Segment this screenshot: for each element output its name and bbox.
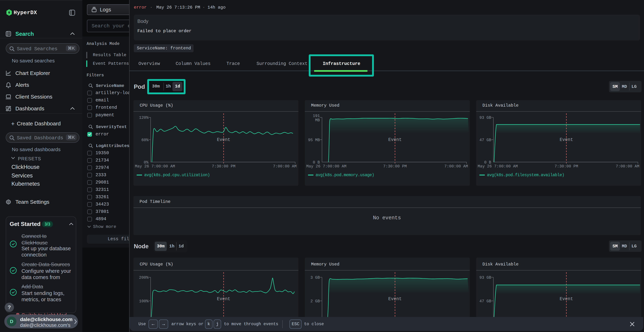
svg-text:Event: Event [217, 137, 230, 142]
svg-text:7:00:00 AM: 7:00:00 AM [616, 164, 639, 169]
svg-text:Event: Event [388, 296, 402, 302]
svg-text:60%: 60% [141, 138, 148, 142]
svg-text:95 MB: 95 MB [308, 138, 320, 142]
svg-text:200%: 200% [139, 276, 149, 280]
svg-text:May 26 7:00:00 AM: May 26 7:00:00 AM [306, 164, 346, 169]
svg-text:7:00:00 AM: 7:00:00 AM [444, 164, 468, 169]
svg-text:Event: Event [560, 296, 573, 302]
svg-text:191: 191 [313, 114, 320, 118]
svg-text:3 GB: 3 GB [310, 276, 320, 280]
svg-text:Event: Event [388, 137, 402, 142]
svg-text:47 GB: 47 GB [480, 299, 491, 304]
svg-text:Event: Event [560, 137, 573, 142]
svg-text:7:30:00 PM: 7:30:00 PM [383, 164, 407, 169]
svg-text:MB: MB [315, 118, 320, 122]
svg-text:May 26 7:00:00 AM: May 26 7:00:00 AM [478, 164, 518, 169]
svg-text:100%: 100% [139, 299, 149, 304]
svg-text:Event: Event [217, 296, 230, 302]
svg-text:93 GB: 93 GB [480, 116, 491, 120]
svg-text:47 GB: 47 GB [480, 138, 491, 142]
svg-text:7:00:00 AM: 7:00:00 AM [273, 164, 296, 169]
svg-text:2 GB: 2 GB [310, 299, 320, 304]
svg-text:7:30:00 PM: 7:30:00 PM [212, 164, 236, 169]
svg-text:93 GB: 93 GB [480, 276, 491, 280]
svg-text:120%: 120% [139, 116, 149, 120]
svg-text:May 26 7:00:00 AM: May 26 7:00:00 AM [135, 164, 175, 169]
svg-text:7:30:00 PM: 7:30:00 PM [554, 164, 578, 169]
